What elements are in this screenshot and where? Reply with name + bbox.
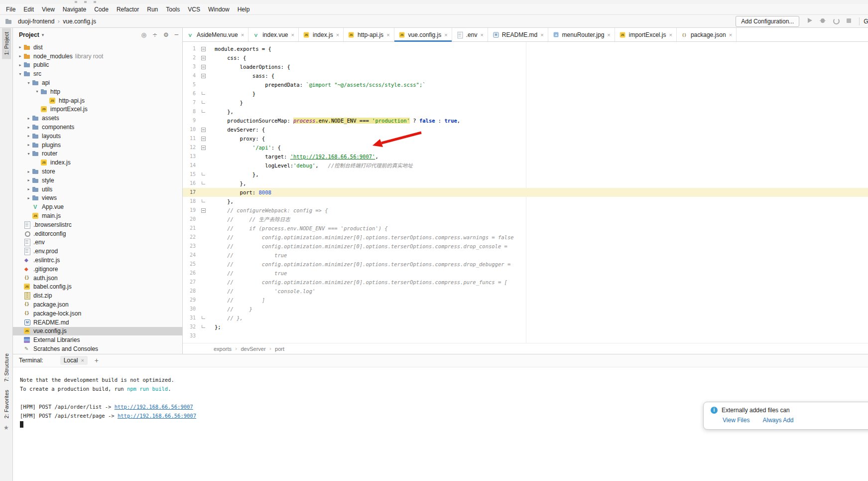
code-line[interactable]: 19 // configureWebpack: config => { [183, 206, 868, 215]
fold-close-icon[interactable] [198, 322, 209, 331]
fold-open-icon[interactable] [198, 206, 209, 215]
tree-item-style[interactable]: ▸style [13, 176, 182, 185]
tree-collapsed-icon[interactable]: ▸ [25, 125, 32, 130]
tab-http-api-js[interactable]: http-api.js× [344, 28, 394, 41]
code-line[interactable]: 20 // // 生产去除日志 [183, 215, 868, 224]
line-number[interactable]: 26 [183, 269, 198, 278]
code-line[interactable]: 15 }, [183, 170, 868, 179]
tree-item-browserslistrc[interactable]: .browserslistrc [13, 220, 182, 229]
tree-item-http-api-js[interactable]: http-api.js [13, 96, 182, 105]
code-line[interactable]: 9 productionSourceMap: process.env.NODE_… [183, 116, 868, 125]
line-number[interactable]: 14 [183, 161, 198, 170]
view-files-link[interactable]: View Files [723, 417, 749, 424]
stripe-structure-button[interactable]: 7: Structure [2, 349, 11, 386]
code-line[interactable]: 29 // ] [183, 296, 868, 305]
terminal-link[interactable]: http://192.168.66.56:9007 [118, 413, 196, 419]
menu-run[interactable]: Run [143, 4, 162, 14]
tree-item-package-json[interactable]: package.json [13, 300, 182, 309]
code-line[interactable]: 18 }, [183, 197, 868, 206]
code-line[interactable]: 31 // }, [183, 314, 868, 322]
tree-collapsed-icon[interactable]: ▸ [17, 63, 23, 67]
line-number[interactable]: 24 [183, 251, 198, 260]
menu-file[interactable]: File [2, 4, 19, 14]
tree-item-plugins[interactable]: ▸plugins [13, 141, 182, 150]
fold-open-icon[interactable] [198, 53, 209, 62]
tree-item-assets[interactable]: ▸assets [13, 114, 182, 123]
tree-item-utils[interactable]: ▸utils [13, 185, 182, 194]
code-line[interactable]: 8 }, [183, 107, 868, 116]
close-tab-icon[interactable]: × [336, 32, 339, 38]
tab-vue-config-js[interactable]: vue.config.js× [394, 28, 452, 41]
code-line[interactable]: 6 } [183, 89, 868, 98]
menu-edit[interactable]: Edit [19, 4, 38, 14]
close-tab-icon[interactable]: × [540, 32, 543, 38]
line-number[interactable]: 10 [183, 125, 198, 134]
tab-asidemenu-vue[interactable]: AsideMenu.vue× [183, 28, 248, 41]
tree-item-layouts[interactable]: ▸layouts [13, 132, 182, 141]
fold-open-icon[interactable] [198, 62, 209, 71]
line-number[interactable]: 9 [183, 116, 198, 125]
menu-help[interactable]: Help [234, 4, 254, 14]
terminal-title[interactable]: Terminal: [19, 357, 43, 364]
code-line[interactable]: 7 } [183, 98, 868, 107]
tree-item-eslintrc-js[interactable]: .eslintrc.js [13, 256, 182, 265]
line-number[interactable]: 2 [183, 53, 198, 62]
fold-open-icon[interactable] [198, 71, 209, 80]
code-line[interactable]: 23 // config.optimization.minimizer[0].o… [183, 242, 868, 251]
tree-collapsed-icon[interactable]: ▸ [25, 178, 32, 182]
code-line[interactable]: 10 devServer: { [183, 125, 868, 134]
tree-item-importexcel-js[interactable]: importExcel.js [13, 105, 182, 114]
tree-item-auth-json[interactable]: auth.json [13, 274, 182, 283]
code-line[interactable]: 33 [183, 331, 868, 340]
code-line[interactable]: 17 port: 8008 [183, 188, 868, 197]
code-line[interactable]: 5 prependData: `@import "~@/assets/scss/… [183, 80, 868, 89]
tree-expanded-icon[interactable]: ▾ [17, 72, 23, 76]
stop-icon[interactable] [845, 16, 853, 24]
code-line[interactable]: 21 // if (process.env.NODE_ENV === 'prod… [183, 224, 868, 233]
fold-close-icon[interactable] [198, 107, 209, 116]
line-number[interactable]: 13 [183, 152, 198, 161]
code-line[interactable]: 27 // config.optimization.minimizer[0].o… [183, 278, 868, 287]
line-number[interactable]: 18 [183, 197, 198, 206]
code-line[interactable]: 13 target: 'http://192.168.66.56:9007', [183, 152, 868, 161]
line-number[interactable]: 6 [183, 89, 198, 98]
line-number[interactable]: 12 [183, 143, 198, 152]
line-number[interactable]: 23 [183, 242, 198, 251]
close-terminal-tab-icon[interactable]: × [81, 357, 84, 363]
project-view-dropdown-icon[interactable]: ▾ [42, 32, 44, 37]
menu-window[interactable]: Window [204, 4, 234, 14]
stripe-project-button[interactable]: 1: Project [2, 28, 11, 59]
code-line[interactable]: 1module.exports = { [183, 44, 868, 53]
tree-item-vue-config-js[interactable]: vue.config.js [13, 327, 182, 336]
terminal-link[interactable]: http://192.168.66.56:9007 [115, 404, 193, 410]
tree-item-external-libraries[interactable]: External Libraries [13, 335, 182, 344]
fold-close-icon[interactable] [198, 179, 209, 188]
line-number[interactable]: 30 [183, 305, 198, 314]
tree-item-components[interactable]: ▸components [13, 123, 182, 132]
breadcrumb-devserver[interactable]: devServer [241, 346, 265, 352]
line-number[interactable]: 28 [183, 287, 198, 296]
fold-open-icon[interactable] [198, 143, 209, 152]
fold-open-icon[interactable] [198, 44, 209, 53]
tree-collapsed-icon[interactable]: ▸ [17, 45, 23, 49]
close-tab-icon[interactable]: × [241, 32, 244, 38]
tree-item-scratches-and-consoles[interactable]: Scratches and Consoles [13, 344, 182, 353]
line-number[interactable]: 4 [183, 71, 198, 80]
tree-collapsed-icon[interactable]: ▸ [25, 196, 32, 200]
tab-index-vue[interactable]: index.vue× [248, 28, 299, 41]
tree-item-editorconfig[interactable]: .editorconfig [13, 229, 182, 238]
tab-package-json[interactable]: package.json× [677, 28, 737, 41]
run-icon[interactable] [806, 16, 814, 24]
line-number[interactable]: 25 [183, 260, 198, 269]
fold-close-icon[interactable] [198, 314, 209, 322]
tree-item-babel-config-js[interactable]: babel.config.js [13, 283, 182, 292]
fold-close-icon[interactable] [198, 89, 209, 98]
terminal-tab-local[interactable]: Local × [60, 356, 88, 365]
tree-collapsed-icon[interactable]: ▸ [25, 134, 32, 138]
tree-item-env-prod[interactable]: .env.prod [13, 247, 182, 256]
add-configuration-button[interactable]: Add Configuration... [736, 16, 799, 27]
tree-item-api[interactable]: ▾api [13, 78, 182, 87]
debug-icon[interactable] [819, 16, 827, 24]
tree-expanded-icon[interactable]: ▾ [34, 89, 40, 94]
breadcrumb-port[interactable]: port [275, 346, 284, 352]
